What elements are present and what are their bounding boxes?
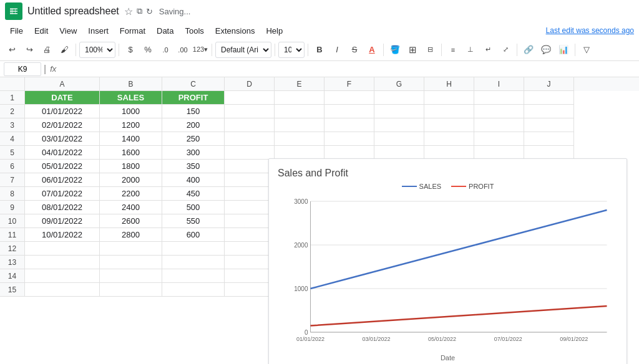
link-button[interactable]: 🔗 xyxy=(520,42,537,58)
star-icon[interactable]: ☆ xyxy=(124,6,133,17)
cell-i4[interactable] xyxy=(474,132,524,146)
cell-b5[interactable]: 1600 xyxy=(100,146,162,160)
last-edit-link[interactable]: Last edit was seconds ago xyxy=(546,26,634,35)
cell-c8[interactable]: 450 xyxy=(162,187,225,201)
menu-file[interactable]: File xyxy=(5,25,28,37)
cell-h1[interactable] xyxy=(424,91,474,105)
formula-input[interactable] xyxy=(60,62,635,76)
cell-b6[interactable]: 1800 xyxy=(100,160,162,173)
cell-a9[interactable]: 08/01/2022 xyxy=(25,201,100,214)
cell-b4[interactable]: 1400 xyxy=(100,132,162,146)
menu-view[interactable]: View xyxy=(54,25,82,37)
cell-e2[interactable] xyxy=(275,105,324,118)
cell-e5[interactable] xyxy=(275,146,324,160)
font-size-select[interactable]: 1081214 xyxy=(278,42,305,58)
cell-j1[interactable] xyxy=(524,91,574,105)
cell-a1[interactable]: DATE xyxy=(25,91,100,105)
cell-b-15[interactable] xyxy=(100,283,162,297)
cell-i5[interactable] xyxy=(474,146,524,160)
bold-button[interactable]: B xyxy=(311,42,328,58)
cell-b1[interactable]: SALES xyxy=(100,91,162,105)
cell-a-15[interactable] xyxy=(25,283,100,297)
cell-b-14[interactable] xyxy=(100,269,162,283)
cell-a11[interactable]: 10/01/2022 xyxy=(25,228,100,242)
copy-icon[interactable]: ⧉ xyxy=(137,6,142,16)
cell-d-15[interactable] xyxy=(225,283,275,297)
redo-button[interactable]: ↪ xyxy=(21,42,37,58)
cell-d-12[interactable] xyxy=(225,242,275,256)
menu-data[interactable]: Data xyxy=(152,25,178,37)
col-header-d[interactable]: D xyxy=(225,77,275,91)
strikethrough-button[interactable]: S xyxy=(346,42,363,58)
col-header-a[interactable]: A xyxy=(25,77,100,91)
cell-h3[interactable] xyxy=(424,118,474,132)
cell-b-13[interactable] xyxy=(100,256,162,269)
cell-g1[interactable] xyxy=(374,91,424,105)
filter-button[interactable]: ▽ xyxy=(578,42,595,58)
cell-j5[interactable] xyxy=(524,146,574,160)
cell-e1[interactable] xyxy=(275,91,324,105)
cell-d5[interactable] xyxy=(225,146,275,160)
row-number[interactable]: 10 xyxy=(0,214,25,228)
cell-c3[interactable]: 200 xyxy=(162,118,225,132)
cell-a4[interactable]: 03/01/2022 xyxy=(25,132,100,146)
row-number[interactable]: 8 xyxy=(0,187,25,201)
cell-c-12[interactable] xyxy=(162,242,225,256)
cell-c2[interactable]: 150 xyxy=(162,105,225,118)
cell-a2[interactable]: 01/01/2022 xyxy=(25,105,100,118)
cell-j2[interactable] xyxy=(524,105,574,118)
col-header-i[interactable]: I xyxy=(474,77,524,91)
document-title[interactable]: Untitled spreadsheet xyxy=(27,6,119,17)
cell-b2[interactable]: 1000 xyxy=(100,105,162,118)
cell-reference-input[interactable] xyxy=(4,62,41,76)
cell-h4[interactable] xyxy=(424,132,474,146)
cell-d-14[interactable] xyxy=(225,269,275,283)
format-123-button[interactable]: 123▾ xyxy=(192,42,208,58)
chart-container[interactable]: Sales and Profit SALES PROFIT 0100020003… xyxy=(268,158,627,364)
italic-button[interactable]: I xyxy=(329,42,345,58)
cell-i3[interactable] xyxy=(474,118,524,132)
cell-d10[interactable] xyxy=(225,214,275,228)
menu-tools[interactable]: Tools xyxy=(180,25,208,37)
font-color-button[interactable]: A xyxy=(364,42,380,58)
row-number[interactable]: 6 xyxy=(0,160,25,173)
cell-b11[interactable]: 2800 xyxy=(100,228,162,242)
menu-format[interactable]: Format xyxy=(115,25,150,37)
cell-c11[interactable]: 600 xyxy=(162,228,225,242)
cell-f1[interactable] xyxy=(324,91,374,105)
cell-d11[interactable] xyxy=(225,228,275,242)
col-header-c[interactable]: C xyxy=(162,77,225,91)
col-header-e[interactable]: E xyxy=(275,77,324,91)
menu-insert[interactable]: Insert xyxy=(83,25,114,37)
percent-button[interactable]: % xyxy=(140,42,156,58)
cell-c4[interactable]: 250 xyxy=(162,132,225,146)
cell-b-12[interactable] xyxy=(100,242,162,256)
col-header-g[interactable]: G xyxy=(374,77,424,91)
col-header-j[interactable]: J xyxy=(524,77,574,91)
merge-button[interactable]: ⊟ xyxy=(422,42,438,58)
row-number[interactable]: 11 xyxy=(0,228,25,242)
cell-c9[interactable]: 500 xyxy=(162,201,225,214)
cell-i2[interactable] xyxy=(474,105,524,118)
rotate-button[interactable]: ⤢ xyxy=(497,42,514,58)
menu-help[interactable]: Help xyxy=(261,25,288,37)
cell-c7[interactable]: 400 xyxy=(162,173,225,187)
comment-button[interactable]: 💬 xyxy=(538,42,554,58)
col-header-h[interactable]: H xyxy=(424,77,474,91)
col-header-f[interactable]: F xyxy=(324,77,374,91)
zoom-select[interactable]: 100%75%125% xyxy=(79,42,115,58)
cell-e4[interactable] xyxy=(275,132,324,146)
cell-f3[interactable] xyxy=(324,118,374,132)
cell-j3[interactable] xyxy=(524,118,574,132)
cell-h5[interactable] xyxy=(424,146,474,160)
row-number[interactable]: 9 xyxy=(0,201,25,214)
cell-a-14[interactable] xyxy=(25,269,100,283)
cell-a-13[interactable] xyxy=(25,256,100,269)
currency-button[interactable]: $ xyxy=(122,42,139,58)
font-select[interactable]: Default (Ari... xyxy=(215,42,271,58)
cell-g5[interactable] xyxy=(374,146,424,160)
borders-button[interactable]: ⊞ xyxy=(404,42,421,58)
valign-button[interactable]: ⊥ xyxy=(462,42,479,58)
cell-a7[interactable]: 06/01/2022 xyxy=(25,173,100,187)
cell-i1[interactable] xyxy=(474,91,524,105)
